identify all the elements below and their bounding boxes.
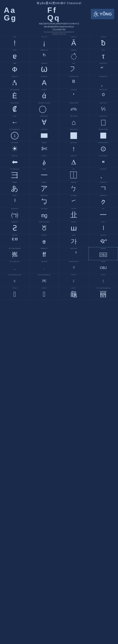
svg-rect-3 (70, 132, 77, 139)
cell-label: Jamo Ext A (12, 234, 18, 236)
cell-label: Diacriticals (71, 49, 76, 51)
glyph-char: 𪜶 (103, 276, 104, 286)
glyph-char: ア (41, 183, 48, 194)
cell-label: Cyrillic Ext X (71, 155, 77, 156)
glyph-char: Ѡ (41, 64, 47, 75)
cell-label: Jamo (72, 62, 75, 64)
glyph-char: ⊙ (100, 144, 106, 154)
cell-label: Number Forms (100, 102, 107, 104)
glyph-cell: CJK Compat Ideographs嶲 (0, 247, 30, 260)
glyph-char: ⿰ (70, 170, 77, 180)
copyright-label: © Design by: fontke.com (2, 33, 116, 35)
cell-label: Latin Ext D (71, 221, 76, 222)
cell-label: Geometric Shapes (99, 129, 108, 130)
glyph-char: 가 (71, 236, 77, 247)
cell-label: Cyrillic (13, 62, 16, 64)
glyph-cell: Box Drawing (30, 128, 59, 141)
glyph-char (70, 130, 78, 141)
glyph-cell: Latin Ext Bƀ (88, 36, 118, 49)
glyph-char: ᄀ (70, 64, 77, 75)
glyph-cell: Katakanaア (30, 181, 59, 194)
glyph-char: 龜 (70, 289, 77, 300)
glyph-char: 𪜶 (73, 276, 74, 286)
glyph-cell: Misc Technical⌂ (59, 115, 88, 128)
alphabet-lower: abcdefghijklmnopqrstuvwxyz (2, 25, 116, 28)
cell-label: CJK Compat (41, 208, 47, 209)
glyph-char: ㇰ (100, 196, 107, 207)
cell-label: CJK Ext E (42, 287, 47, 289)
glyph-cell: CJK Ext A㐀 (59, 208, 88, 221)
glyph-char: OBJ (100, 250, 107, 260)
glyph-cell: CJK Compat Forms﹎ (0, 260, 30, 274)
glyph-cell: Enclosed Alphanums1 (0, 128, 30, 141)
glyph-cell: Phonetic ExtA (30, 75, 59, 88)
glyph-char: ℯ% (71, 104, 77, 114)
glyph-cell: CJK Compat㎎ (30, 208, 59, 221)
glyph-char: Ꙙ (71, 157, 76, 167)
glyph-cell: Bopomofoㄅ (59, 181, 88, 194)
sample-F: F (47, 6, 52, 14)
cell-label: Vertical Forms (70, 248, 77, 249)
cell-label: Phonetic Ext Sup (70, 76, 78, 77)
cell-label: CJK Ext C (101, 274, 106, 276)
glyph-char: ﹎ (13, 262, 17, 273)
glyph-char: ㄱ (100, 183, 107, 194)
glyph-cell: Cyrillic Ext CꙈ (0, 75, 30, 88)
glyph-char: ꬰ (42, 236, 46, 247)
glyph-char: ∀ (42, 117, 47, 128)
glyph-cell: CJK Compat Ideographs Sup丽 (88, 287, 118, 300)
glyph-cell: Enclosed Ideographic Sup🉀 (30, 274, 59, 287)
glyph-cell: Jamo Ext Bꨀ (88, 234, 118, 247)
glyph-cell: Kauri Li꠰ (88, 221, 118, 234)
logo-box: 永 YǑNG (91, 9, 114, 19)
cell-label: Hiragana (12, 182, 17, 183)
cell-label: Control Pictures (99, 116, 107, 117)
cell-label: Compat Jamo (100, 182, 107, 183)
glyph-cell: Misc Math Symbols B⊙ (88, 141, 118, 154)
glyph-cell: CJK Ext Jr𪜶 (59, 274, 88, 287)
glyph-cell: Lets Ext Cꞗ (30, 154, 59, 168)
glyph-char: ! (14, 38, 16, 48)
glyph-cell: Modifier Lettersʰ (30, 49, 59, 62)
svg-text:1: 1 (14, 134, 16, 138)
glyph-char: 𫝀 (43, 289, 46, 300)
cell-label: CJK Compat Ideographs (9, 248, 21, 249)
cell-label: Cyrillic Sup (41, 62, 47, 64)
glyph-char: ㇀ (70, 196, 77, 207)
glyph-cell: Half And Full Forms？ (59, 260, 88, 274)
sample-letters-right: F f Q q (47, 6, 59, 22)
cell-label: Arrows (13, 116, 16, 117)
glyph-cell: Sup Punctuation⁌ (88, 154, 118, 168)
cell-label: Latin 1 Sup (41, 36, 47, 38)
glyph-char: ⌂ (72, 117, 76, 128)
glyph-cell: Cyrillic Ext XꙘ (59, 154, 88, 168)
glyph-cell: Katakana Extㇰ (88, 194, 118, 208)
cell-label: Sup Punctuation (99, 155, 107, 156)
cell-label: CJK Radicals Sup (10, 168, 19, 170)
glyph-char: Ꙉ (12, 78, 17, 88)
glyph-char: ꨀ (100, 236, 107, 247)
glyph-char (100, 130, 107, 141)
glyph-char: 一 (100, 210, 107, 220)
cell-label: Phonetic Ext (41, 76, 47, 77)
glyph-cell: Bopomofo Extㆠ (30, 194, 59, 208)
glyph-cell: Diacriticals For Symbols⃝ (30, 102, 59, 115)
cell-label: IPA Ext (13, 49, 16, 51)
cell-label: Modifier Tone Letters (39, 221, 49, 222)
sample-row-1: A a (4, 6, 16, 14)
glyph-char: ？ (72, 262, 76, 273)
cell-label: Katakana (42, 182, 47, 183)
logo-text: YǑNG (100, 12, 112, 16)
glyph-char: A (42, 78, 46, 88)
glyph-char: 㐀 (70, 210, 77, 220)
glyph-cell: Latin 1 Sup¡ (30, 36, 59, 49)
glyph-char: 嶲 (12, 249, 18, 260)
glyph-cell: CyrillicФ (0, 62, 30, 75)
glyph-char: あ (11, 183, 18, 194)
glyph-char: ㎎ (41, 210, 48, 220)
cell-label: Diacriticals Sup (99, 76, 107, 77)
glyph-char: ◌̀ (71, 51, 77, 62)
cell-label: Enclosed Ideographic Sup (38, 274, 51, 276)
glyph-cell: Latin Ext Dꟺ (59, 221, 88, 234)
cell-label: Greek (102, 49, 105, 51)
